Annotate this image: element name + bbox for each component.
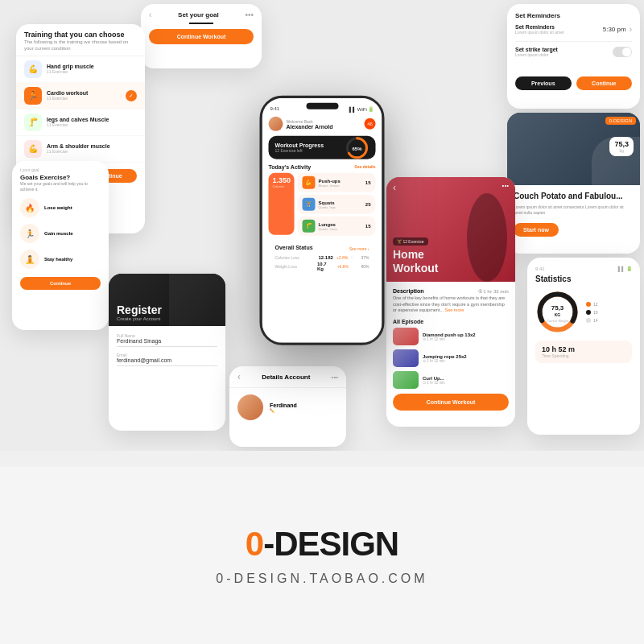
brand-design: DESIGN	[274, 525, 398, 563]
legend-item-2: 10	[586, 310, 598, 315]
calories-label: Calories	[273, 184, 291, 188]
email-field[interactable]: Email ferdinand@gmail.com	[117, 350, 217, 366]
details-account-more[interactable]: •••	[332, 374, 338, 381]
legend-item-1: 12	[586, 302, 598, 307]
couch-title: Couch Potato and Fabulou...	[514, 192, 634, 201]
weight-pct: 80%	[355, 264, 369, 269]
training-title: Training that you can choose	[24, 31, 137, 39]
activity-name-2: Squats	[319, 200, 336, 204]
training-item-3[interactable]: 🦵 legs and calves Muscle 11 Exercise	[16, 109, 145, 136]
episode-2[interactable]: Jumping rope 25x2 ⊙ 1 hr 32 min	[393, 349, 509, 367]
calories-loss-label: Calories Loss	[275, 255, 316, 260]
reminder-sub-1: Lorem ipsum dolor sit amet	[515, 30, 564, 35]
screen-stats: 9:41 ▌▌ 🔋 Statistics 75,3 KG Current Wei…	[527, 258, 640, 435]
account-avatar	[237, 394, 263, 420]
training-item-name-2: Cardio workout	[47, 90, 88, 96]
stats-content: 9:41 ▌▌ 🔋 Statistics 75,3 KG Current Wei…	[527, 258, 640, 371]
time-label: Time Spending	[542, 353, 625, 358]
activity-squats[interactable]: 🏋 Squats Quads, legs 25	[298, 195, 376, 214]
reminders-prev-btn[interactable]: Previous	[515, 76, 572, 90]
stats-legend: 12 10 14	[586, 302, 598, 323]
details-description: One of the key benefits of home workouts…	[393, 295, 509, 314]
fullname-field[interactable]: Full Name Ferdinand Sinaga	[117, 331, 217, 347]
brand-zero: 0	[246, 525, 263, 563]
weight-badge: 75,3 kg	[609, 137, 634, 156]
training-item-name-4: Arm & shoulder muscle	[47, 143, 110, 149]
episode-3[interactable]: Curl Up... ⊙ 1 hr 32 min	[393, 371, 509, 389]
screen-goals: t your goal Goals Exercise? We set your …	[12, 161, 109, 330]
details-account-back[interactable]: ‹	[237, 371, 241, 382]
reminders-content: Set Reminders Set Reminders Lorem ipsum …	[507, 4, 640, 72]
goals-continue-btn[interactable]: Continue	[20, 277, 101, 290]
see-more-link[interactable]: See more	[445, 308, 464, 312]
main-container: ‹ Set your goal ••• Continue Workout Tra…	[0, 0, 644, 644]
episode-name-2: Jumping rope 25x2	[423, 354, 467, 359]
screen-details-account: ‹ Details Account ••• Ferdinand ✏️	[229, 366, 346, 447]
back-arrow[interactable]: ‹	[149, 10, 151, 19]
activity-desc-2: Quads, legs	[319, 204, 336, 208]
time-display: 9:41	[270, 106, 280, 112]
continue-workout-btn[interactable]: Continue Workout	[393, 394, 509, 411]
training-icon-4: 💪	[24, 140, 42, 158]
arrow-icon[interactable]: ›	[630, 25, 632, 34]
episode-1[interactable]: Diamond push up 13x2 ⊙ 1 hr 32 min	[393, 328, 509, 345]
training-item-1[interactable]: 💪 Hand grip muscle 11 Exercise	[16, 56, 145, 83]
details-back[interactable]: ‹	[393, 182, 396, 193]
legend-dot-3	[586, 318, 591, 323]
activity-pushups[interactable]: 💪 Push-ups Biceps, triceps 15	[298, 173, 376, 192]
notification-bell[interactable]: 46	[365, 118, 376, 130]
weight-loss-row: Weight Loss 10.7 Kg +6.6% 80%	[275, 262, 369, 271]
user-avatar	[269, 117, 283, 131]
brand-dash: -	[263, 525, 274, 563]
activity-name-3: Lunges	[319, 221, 338, 226]
register-title: Register	[117, 303, 162, 316]
couch-content: Couch Potato and Fabulou... Lorem ipsum …	[507, 185, 640, 243]
goals-item-2[interactable]: 🏃 Gain muscle	[12, 221, 109, 246]
overall-status-title: Overall Status	[275, 245, 313, 250]
register-sub: Create your Account	[117, 316, 162, 321]
lunges-icon: 🦵	[303, 220, 316, 233]
see-more-link[interactable]: See more ›	[349, 246, 369, 251]
training-item-4[interactable]: 💪 Arm & shoulder muscle 11 Exercise	[16, 136, 145, 163]
description-header: Description ① 1 hr 32 min	[393, 288, 509, 294]
goals-item-1[interactable]: 🔥 Lose weight	[12, 195, 109, 221]
description-label: Description	[393, 288, 424, 294]
svg-text:KG: KG	[555, 312, 561, 317]
details-more[interactable]: •••	[502, 182, 509, 189]
details-header-image: 🏋 12 Exercise HomeWorkout ‹ •••	[386, 177, 515, 282]
details-account-title: Details Account	[262, 374, 310, 381]
brand-name: 0-DESIGN	[246, 525, 398, 564]
screen-set-goal: ‹ Set your goal ••• Continue Workout	[141, 4, 262, 68]
stats-title: Statistics	[535, 275, 632, 283]
activity-count-3: 15	[365, 224, 371, 229]
screen-register: Register Create your Account Full Name F…	[109, 274, 225, 431]
duration-label: ① 1 hr 32 min	[478, 288, 509, 294]
goals-sub: We set your goals and will help you to a…	[20, 181, 101, 192]
time-card: 10 h 52 m Time Spending	[535, 341, 632, 363]
continue-workout-btn[interactable]: Continue Workout	[149, 29, 254, 44]
calories-loss-row: Calories Loss 12.182 +2.8% 37%	[275, 255, 369, 260]
reminder-row-1: Set Reminders Lorem ipsum dolor sit amet…	[515, 24, 632, 35]
calories-card: 1.350 Calories	[269, 173, 295, 235]
reminders-continue-btn[interactable]: Continue	[576, 76, 633, 90]
episode-thumb-3	[393, 371, 419, 389]
activity-lunges[interactable]: 🦵 Lunges Quads, hams 15	[298, 217, 376, 236]
user-name: Alexander Arnold	[287, 123, 333, 129]
toggle-knob	[622, 47, 631, 56]
set-goal-title: Set your goal	[178, 11, 219, 19]
see-details-link[interactable]: See details	[354, 164, 375, 170]
goals-run-icon: 🏃	[20, 224, 39, 243]
workout-progress-card: Workout Progress 12 Exercise left 65%	[269, 136, 376, 159]
progress-circle: 65%	[345, 135, 369, 159]
start-btn[interactable]: Start now	[514, 223, 559, 237]
toggle-switch[interactable]	[613, 47, 632, 57]
legend-dot-2	[586, 310, 591, 315]
signal-icons: ▌▌ WiFi 🔋	[349, 106, 374, 112]
activity-desc-3: Quads, hams	[319, 226, 338, 230]
more-icon[interactable]: •••	[245, 10, 254, 19]
account-edit-icon[interactable]: ✏️	[270, 408, 297, 413]
goals-item-3[interactable]: 🧘 Stay healthy	[12, 246, 109, 272]
training-item-2[interactable]: 🏃 Cardio workout 11 Exercise ✓	[16, 83, 145, 109]
phone-center: 9:41 ▌▌ WiFi 🔋 Welcome Back Alexander Ar…	[260, 96, 385, 345]
screen-reminders: Set Reminders Set Reminders Lorem ipsum …	[507, 4, 640, 109]
